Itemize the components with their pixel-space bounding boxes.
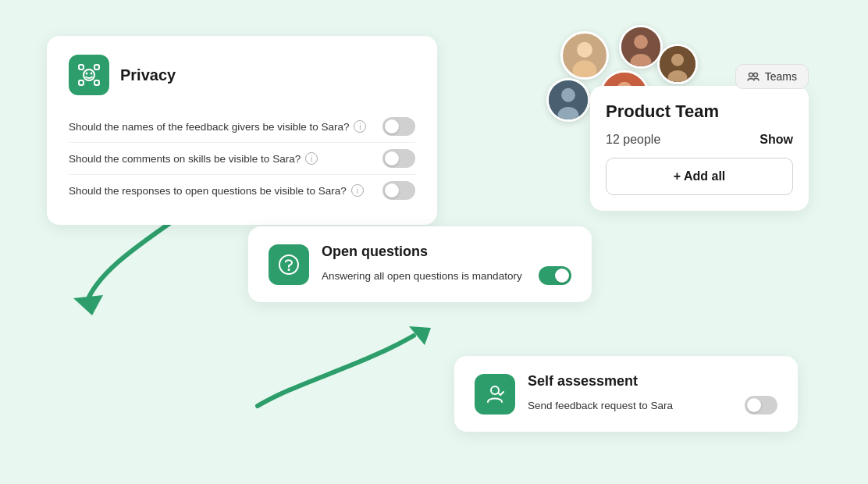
privacy-row-2: Should the comments on skills be visible…: [69, 142, 415, 174]
svg-point-23: [279, 255, 298, 274]
privacy-row-1-text: Should the names of the feedback givers …: [69, 121, 349, 133]
privacy-rows: Should the names of the feedback givers …: [69, 111, 415, 206]
teams-button-label: Teams: [765, 70, 797, 83]
openq-icon-box: [269, 244, 309, 285]
self-body: Self assessment Send feedback request to…: [528, 373, 777, 415]
avatar-4: [546, 78, 590, 122]
svg-point-26: [749, 73, 752, 77]
open-questions-card: Open questions Answering all open questi…: [248, 226, 592, 302]
svg-point-25: [491, 386, 499, 394]
privacy-toggle-1[interactable]: [382, 117, 415, 136]
privacy-card: Privacy Should the names of the feedback…: [47, 36, 437, 225]
svg-rect-18: [79, 80, 84, 85]
privacy-icon-box: [69, 55, 109, 95]
svg-marker-0: [73, 295, 103, 315]
svg-point-2: [577, 42, 592, 58]
svg-point-14: [671, 54, 684, 66]
svg-point-22: [91, 73, 93, 75]
privacy-title: Privacy: [120, 66, 176, 84]
privacy-row-3: Should the responses to open questions b…: [69, 174, 415, 206]
self-title: Self assessment: [528, 373, 777, 390]
openq-row-text: Answering all open questions is mandator…: [322, 270, 522, 282]
self-row: Send feedback request to Sara: [528, 396, 777, 415]
svg-rect-19: [94, 80, 99, 85]
show-link[interactable]: Show: [760, 133, 793, 147]
product-team-title: Product Team: [606, 101, 793, 122]
openq-body: Open questions Answering all open questi…: [322, 244, 571, 285]
privacy-row-1: Should the names of the feedback givers …: [69, 111, 415, 142]
svg-point-24: [288, 269, 290, 271]
privacy-row-2-info[interactable]: i: [305, 152, 318, 165]
openq-title: Open questions: [322, 244, 571, 260]
teams-card-inner: Product Team 12 people Show + Add all: [590, 86, 809, 211]
privacy-toggle-2[interactable]: [382, 149, 415, 168]
privacy-card-header: Privacy: [69, 55, 415, 95]
privacy-row-3-info[interactable]: i: [351, 184, 364, 197]
privacy-row-2-text: Should the comments on skills be visible…: [69, 153, 301, 165]
svg-rect-16: [79, 65, 84, 69]
openq-row: Answering all open questions is mandator…: [322, 266, 571, 285]
avatar-1: [560, 31, 609, 80]
teams-card: Teams Product Team 12 people Show + Add …: [590, 86, 809, 211]
people-row: 12 people Show: [606, 133, 793, 147]
svg-point-21: [86, 73, 88, 75]
self-icon-box: [475, 374, 515, 415]
avatar-5: [657, 44, 698, 84]
self-toggle[interactable]: [745, 396, 777, 415]
svg-rect-17: [94, 65, 99, 69]
people-count: 12 people: [606, 133, 660, 147]
svg-point-27: [753, 73, 757, 77]
svg-point-11: [561, 88, 575, 102]
teams-button[interactable]: Teams: [735, 64, 809, 89]
openq-toggle[interactable]: [539, 266, 571, 285]
self-row-text: Send feedback request to Sara: [528, 400, 673, 411]
privacy-row-3-text: Should the responses to open questions b…: [69, 185, 347, 197]
avatar-2: [619, 25, 663, 69]
self-assessment-card: Self assessment Send feedback request to…: [454, 356, 798, 432]
privacy-row-1-info[interactable]: i: [354, 120, 366, 133]
svg-marker-1: [409, 326, 431, 345]
privacy-toggle-3[interactable]: [382, 181, 415, 200]
svg-point-3: [573, 60, 597, 77]
add-all-button[interactable]: + Add all: [606, 158, 793, 195]
svg-point-5: [634, 35, 648, 49]
